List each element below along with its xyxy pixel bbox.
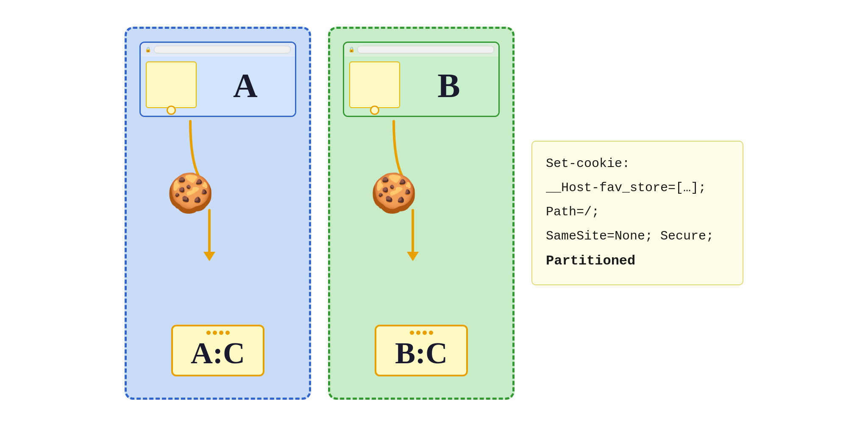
dot4 [429,331,433,335]
browser-titlebar-b: 🔒 [344,43,498,56]
code-line-3: Path=/; [546,200,729,224]
browser-window-a: 🔒 A [139,42,296,117]
site-label-b: B [404,61,493,111]
browser-content-a: A [141,56,295,116]
storage-label-b: B:C [395,337,448,370]
partition-box-a: 🔒 A 🍪 [125,27,311,400]
lock-icon-b: 🔒 [348,47,355,53]
iframe-block-b [349,61,400,108]
svg-text:🍪: 🍪 [167,170,214,216]
storage-label-a: A:C [191,337,245,370]
storage-box-a: A:C [171,325,264,376]
arrow-svg-b: 🍪 [328,117,515,287]
arrow-area-a: 🍪 A:C [139,117,296,385]
storage-dots-b [410,331,433,335]
dot1 [410,331,414,335]
dot3 [423,331,427,335]
code-line-4: SameSite=None; Secure; [546,224,729,248]
connector-circle-b [370,106,379,115]
connector-circle-a [167,106,176,115]
code-line-partitioned: Partitioned [546,248,729,274]
main-container: 🔒 A 🍪 [0,0,868,426]
code-block: Set-cookie: __Host-fav_store=[…]; Path=/… [531,141,743,285]
svg-text:🍪: 🍪 [370,170,418,216]
code-line-1: Set-cookie: [546,152,729,176]
browser-content-b: B [344,56,498,116]
dot1 [206,331,211,335]
code-line-2: __Host-fav_store=[…]; [546,176,729,200]
partition-box-b: 🔒 B 🍪 [328,27,515,400]
browser-titlebar-a: 🔒 [141,43,295,56]
storage-box-b: B:C [375,325,468,376]
svg-marker-2 [407,252,419,261]
svg-marker-0 [203,252,215,261]
browser-window-b: 🔒 B [343,42,500,117]
storage-dots-a [206,331,230,335]
iframe-block-a [146,61,197,108]
arrow-area-b: 🍪 B:C [343,117,500,385]
dot2 [213,331,217,335]
url-bar-b [357,46,494,53]
dot2 [416,331,420,335]
dot3 [219,331,223,335]
site-label-a: A [201,61,290,111]
url-bar-a [154,46,291,53]
arrow-svg-a: 🍪 [125,117,311,287]
dot4 [225,331,230,335]
lock-icon-a: 🔒 [145,47,151,53]
